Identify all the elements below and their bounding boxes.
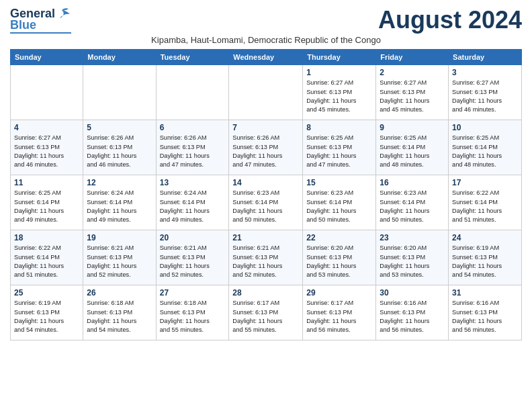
day-number: 20	[160, 233, 226, 242]
day-number: 8	[306, 123, 372, 132]
day-number: 5	[87, 123, 152, 132]
day-info: Sunrise: 6:23 AMSunset: 6:14 PMDaylight:…	[380, 189, 445, 224]
calendar-week-row: 25Sunrise: 6:19 AMSunset: 6:13 PMDayligh…	[11, 285, 522, 340]
day-info: Sunrise: 6:19 AMSunset: 6:13 PMDaylight:…	[14, 299, 79, 334]
day-number: 4	[14, 123, 79, 132]
day-info: Sunrise: 6:18 AMSunset: 6:13 PMDaylight:…	[87, 299, 152, 334]
day-number: 29	[306, 288, 372, 298]
calendar-cell: 13Sunrise: 6:24 AMSunset: 6:14 PMDayligh…	[156, 175, 229, 230]
day-info: Sunrise: 6:25 AMSunset: 6:14 PMDaylight:…	[14, 189, 79, 224]
day-header-tuesday: Tuesday	[156, 50, 229, 65]
day-header-sunday: Sunday	[11, 50, 83, 65]
calendar-cell: 10Sunrise: 6:25 AMSunset: 6:14 PMDayligh…	[449, 120, 522, 175]
day-info: Sunrise: 6:27 AMSunset: 6:13 PMDaylight:…	[452, 79, 518, 114]
logo: General Blue	[10, 7, 71, 34]
day-header-wednesday: Wednesday	[229, 50, 303, 65]
calendar-cell	[229, 65, 303, 120]
day-info: Sunrise: 6:25 AMSunset: 6:14 PMDaylight:…	[380, 134, 445, 169]
day-info: Sunrise: 6:19 AMSunset: 6:13 PMDaylight:…	[452, 244, 518, 279]
calendar-cell: 22Sunrise: 6:20 AMSunset: 6:13 PMDayligh…	[303, 230, 376, 285]
day-info: Sunrise: 6:21 AMSunset: 6:13 PMDaylight:…	[87, 244, 152, 279]
day-info: Sunrise: 6:22 AMSunset: 6:14 PMDaylight:…	[14, 244, 79, 279]
calendar-cell: 2Sunrise: 6:27 AMSunset: 6:13 PMDaylight…	[376, 65, 449, 120]
page: General Blue August 2024 Kipamba, Haut-L…	[0, 0, 532, 411]
logo-text: General Blue	[10, 7, 71, 34]
calendar-cell: 18Sunrise: 6:22 AMSunset: 6:14 PMDayligh…	[11, 230, 83, 285]
month-title: August 2024	[378, 7, 522, 34]
day-number: 15	[306, 178, 372, 187]
calendar-cell	[11, 65, 83, 120]
calendar-cell	[156, 65, 229, 120]
day-number: 6	[160, 123, 226, 132]
day-info: Sunrise: 6:17 AMSunset: 6:13 PMDaylight:…	[306, 299, 372, 334]
day-number: 31	[452, 288, 518, 298]
calendar-cell: 9Sunrise: 6:25 AMSunset: 6:14 PMDaylight…	[376, 120, 449, 175]
day-number: 1	[306, 68, 372, 77]
calendar-cell: 17Sunrise: 6:22 AMSunset: 6:14 PMDayligh…	[449, 175, 522, 230]
day-number: 27	[160, 288, 226, 298]
subtitle: Kipamba, Haut-Lomami, Democratic Republi…	[10, 35, 522, 45]
logo-bird-icon	[56, 7, 71, 19]
day-header-saturday: Saturday	[449, 50, 522, 65]
day-number: 30	[380, 288, 445, 298]
calendar-cell: 31Sunrise: 6:16 AMSunset: 6:13 PMDayligh…	[449, 285, 522, 340]
day-info: Sunrise: 6:27 AMSunset: 6:13 PMDaylight:…	[14, 134, 79, 169]
day-header-friday: Friday	[376, 50, 449, 65]
day-info: Sunrise: 6:26 AMSunset: 6:13 PMDaylight:…	[232, 134, 299, 169]
day-header-thursday: Thursday	[303, 50, 376, 65]
calendar-cell: 25Sunrise: 6:19 AMSunset: 6:13 PMDayligh…	[11, 285, 83, 340]
day-number: 17	[452, 178, 518, 187]
day-number: 23	[380, 233, 445, 242]
calendar-cell: 23Sunrise: 6:20 AMSunset: 6:13 PMDayligh…	[376, 230, 449, 285]
calendar-cell: 27Sunrise: 6:18 AMSunset: 6:13 PMDayligh…	[156, 285, 229, 340]
day-info: Sunrise: 6:27 AMSunset: 6:13 PMDaylight:…	[380, 79, 445, 114]
day-number: 28	[232, 288, 299, 298]
day-header-monday: Monday	[83, 50, 156, 65]
day-number: 26	[87, 288, 152, 298]
calendar-header-row: SundayMondayTuesdayWednesdayThursdayFrid…	[11, 50, 522, 65]
day-info: Sunrise: 6:20 AMSunset: 6:13 PMDaylight:…	[306, 244, 372, 279]
day-info: Sunrise: 6:27 AMSunset: 6:13 PMDaylight:…	[306, 79, 372, 114]
calendar-week-row: 1Sunrise: 6:27 AMSunset: 6:13 PMDaylight…	[11, 65, 522, 120]
calendar-cell: 20Sunrise: 6:21 AMSunset: 6:13 PMDayligh…	[156, 230, 229, 285]
day-number: 18	[14, 233, 79, 242]
day-info: Sunrise: 6:23 AMSunset: 6:14 PMDaylight:…	[232, 189, 299, 224]
calendar-week-row: 18Sunrise: 6:22 AMSunset: 6:14 PMDayligh…	[11, 230, 522, 285]
day-number: 21	[232, 233, 299, 242]
day-info: Sunrise: 6:25 AMSunset: 6:14 PMDaylight:…	[452, 134, 518, 169]
day-info: Sunrise: 6:16 AMSunset: 6:13 PMDaylight:…	[452, 299, 518, 334]
day-info: Sunrise: 6:18 AMSunset: 6:13 PMDaylight:…	[160, 299, 226, 334]
calendar-cell: 1Sunrise: 6:27 AMSunset: 6:13 PMDaylight…	[303, 65, 376, 120]
calendar-cell: 14Sunrise: 6:23 AMSunset: 6:14 PMDayligh…	[229, 175, 303, 230]
calendar-cell: 5Sunrise: 6:26 AMSunset: 6:13 PMDaylight…	[83, 120, 156, 175]
calendar-cell: 16Sunrise: 6:23 AMSunset: 6:14 PMDayligh…	[376, 175, 449, 230]
day-info: Sunrise: 6:17 AMSunset: 6:13 PMDaylight:…	[232, 299, 299, 334]
day-info: Sunrise: 6:22 AMSunset: 6:14 PMDaylight:…	[452, 189, 518, 224]
calendar-cell: 19Sunrise: 6:21 AMSunset: 6:13 PMDayligh…	[83, 230, 156, 285]
day-info: Sunrise: 6:23 AMSunset: 6:14 PMDaylight:…	[306, 189, 372, 224]
day-info: Sunrise: 6:24 AMSunset: 6:14 PMDaylight:…	[160, 189, 226, 224]
calendar-week-row: 4Sunrise: 6:27 AMSunset: 6:13 PMDaylight…	[11, 120, 522, 175]
calendar-cell: 3Sunrise: 6:27 AMSunset: 6:13 PMDaylight…	[449, 65, 522, 120]
calendar-table: SundayMondayTuesdayWednesdayThursdayFrid…	[10, 49, 522, 340]
calendar-cell: 11Sunrise: 6:25 AMSunset: 6:14 PMDayligh…	[11, 175, 83, 230]
day-info: Sunrise: 6:26 AMSunset: 6:13 PMDaylight:…	[160, 134, 226, 169]
day-number: 14	[232, 178, 299, 187]
day-number: 3	[452, 68, 518, 77]
calendar-cell: 4Sunrise: 6:27 AMSunset: 6:13 PMDaylight…	[11, 120, 83, 175]
header: General Blue August 2024	[10, 7, 522, 34]
calendar-cell: 24Sunrise: 6:19 AMSunset: 6:13 PMDayligh…	[449, 230, 522, 285]
day-number: 10	[452, 123, 518, 132]
day-number: 25	[14, 288, 79, 298]
calendar-cell: 30Sunrise: 6:16 AMSunset: 6:13 PMDayligh…	[376, 285, 449, 340]
calendar-cell: 8Sunrise: 6:25 AMSunset: 6:13 PMDaylight…	[303, 120, 376, 175]
day-info: Sunrise: 6:21 AMSunset: 6:13 PMDaylight:…	[232, 244, 299, 279]
day-info: Sunrise: 6:26 AMSunset: 6:13 PMDaylight:…	[87, 134, 152, 169]
day-number: 12	[87, 178, 152, 187]
calendar-cell: 15Sunrise: 6:23 AMSunset: 6:14 PMDayligh…	[303, 175, 376, 230]
day-number: 11	[14, 178, 79, 187]
calendar-cell: 28Sunrise: 6:17 AMSunset: 6:13 PMDayligh…	[229, 285, 303, 340]
day-number: 16	[380, 178, 445, 187]
calendar-cell	[83, 65, 156, 120]
calendar-cell: 6Sunrise: 6:26 AMSunset: 6:13 PMDaylight…	[156, 120, 229, 175]
